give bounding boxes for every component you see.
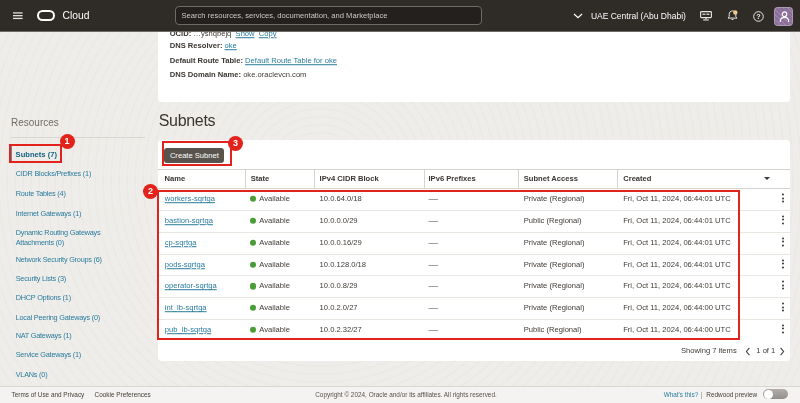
svg-text:?: ? (756, 12, 760, 21)
